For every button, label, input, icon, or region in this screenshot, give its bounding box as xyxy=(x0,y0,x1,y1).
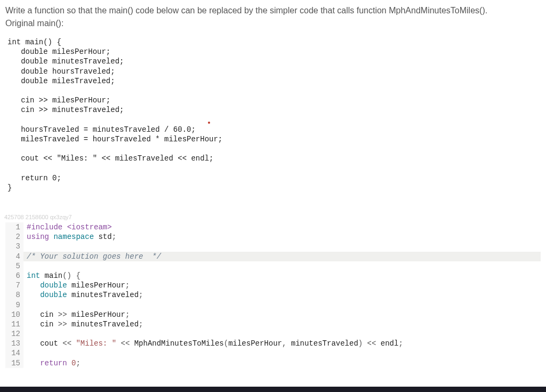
bottom-bar xyxy=(0,387,546,392)
editor-line[interactable]: 8 double minutesTraveled; xyxy=(5,290,541,300)
line-number: 10 xyxy=(5,310,23,319)
line-number: 3 xyxy=(5,242,23,251)
editor-line[interactable]: 7 double milesPerHour; xyxy=(5,281,541,290)
line-number: 14 xyxy=(5,348,23,358)
editor-line[interactable]: 12 xyxy=(5,329,541,339)
code-content[interactable] xyxy=(23,242,541,251)
editor-line[interactable]: 6int main() { xyxy=(5,271,541,281)
editor-line[interactable]: 4/* Your solution goes here */ xyxy=(5,252,541,261)
line-number: 11 xyxy=(5,319,23,329)
code-content[interactable] xyxy=(23,300,541,310)
code-content[interactable]: return 0; xyxy=(23,358,541,368)
line-number: 8 xyxy=(5,290,23,300)
code-content[interactable]: double minutesTraveled; xyxy=(23,290,541,300)
cursor-dot xyxy=(208,122,210,124)
line-number: 5 xyxy=(5,261,23,271)
editor-line[interactable]: 1#include <iostream> xyxy=(5,222,541,232)
editor-line[interactable]: 15 return 0; xyxy=(5,358,541,368)
code-content[interactable]: #include <iostream> xyxy=(23,222,541,232)
editor-line[interactable]: 3 xyxy=(5,242,541,251)
line-number: 4 xyxy=(5,252,23,261)
editor-line[interactable]: 5 xyxy=(5,261,541,271)
line-number: 13 xyxy=(5,339,23,348)
code-content[interactable] xyxy=(23,329,541,339)
editor-line[interactable]: 9 xyxy=(5,300,541,310)
editor-line[interactable]: 2using namespace std; xyxy=(5,232,541,242)
line-number: 9 xyxy=(5,300,23,310)
editor-line[interactable]: 13 cout << "Miles: " << MphAndMinutesToM… xyxy=(5,339,541,348)
code-content[interactable]: cin >> minutesTraveled; xyxy=(23,319,541,329)
line-number: 1 xyxy=(5,222,23,232)
code-content[interactable]: /* Your solution goes here */ xyxy=(23,252,541,261)
problem-line-1: Write a function so that the main() code… xyxy=(5,4,541,17)
editor-line[interactable]: 14 xyxy=(5,348,541,358)
code-content[interactable]: using namespace std; xyxy=(23,232,541,242)
original-main-code: int main() { double milesPerHour; double… xyxy=(0,32,546,198)
code-content[interactable]: int main() { xyxy=(23,271,541,281)
code-content[interactable] xyxy=(23,261,541,271)
code-content[interactable] xyxy=(23,348,541,358)
problem-statement: Write a function so that the main() code… xyxy=(0,0,546,32)
line-number: 12 xyxy=(5,329,23,339)
code-editor[interactable]: 1#include <iostream>2using namespace std… xyxy=(5,222,541,368)
editor-line[interactable]: 10 cin >> milesPerHour; xyxy=(5,310,541,319)
line-number: 7 xyxy=(5,281,23,290)
line-number: 2 xyxy=(5,232,23,242)
line-number: 6 xyxy=(5,271,23,281)
editor-line[interactable]: 11 cin >> minutesTraveled; xyxy=(5,319,541,329)
line-number: 15 xyxy=(5,358,23,368)
watermark-text: 425708 2158600 qx3zqy7 xyxy=(0,198,546,222)
code-content[interactable]: double milesPerHour; xyxy=(23,281,541,290)
code-content[interactable]: cout << "Miles: " << MphAndMinutesToMile… xyxy=(23,339,541,348)
problem-line-2: Original main(): xyxy=(5,17,541,30)
code-content[interactable]: cin >> milesPerHour; xyxy=(23,310,541,319)
